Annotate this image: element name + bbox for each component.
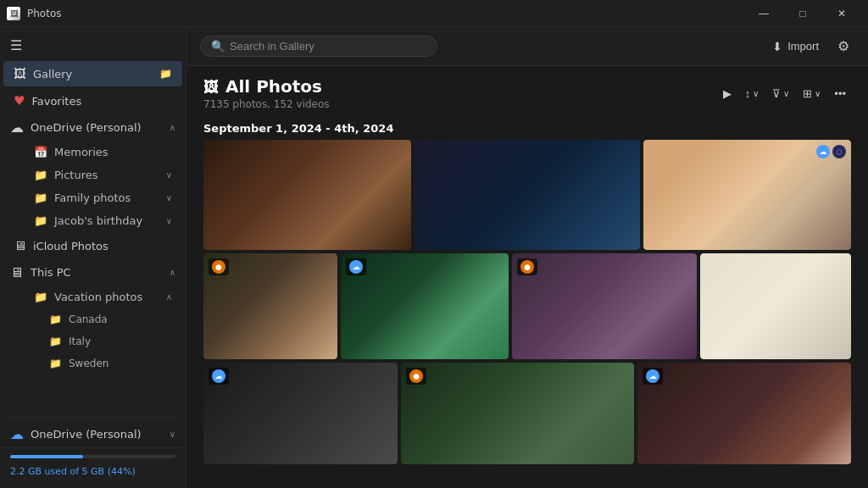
photo-badge: ● <box>209 258 229 275</box>
import-button[interactable]: ⬇ Import <box>765 36 826 57</box>
sort-icon: ↕ <box>745 87 751 100</box>
sidebar-item-favorites[interactable]: ♥ Favorites <box>3 88 182 114</box>
photo-cell[interactable]: ● <box>401 363 634 464</box>
photo-cell[interactable]: ● <box>512 253 697 359</box>
filter-chevron-icon: ∨ <box>783 89 789 98</box>
sweden-label: Sweden <box>69 358 108 369</box>
family-photos-icon: 📁 <box>34 191 47 204</box>
close-button[interactable]: ✕ <box>822 0 861 27</box>
sidebar-item-icloud-photos[interactable]: 🖥 iCloud Photos <box>3 233 182 258</box>
photo-row-1: ☁ ⬡ <box>203 140 851 250</box>
memories-label: Memories <box>54 146 108 158</box>
sidebar-item-pictures[interactable]: 📁 Pictures ∨ <box>3 164 182 186</box>
icloud-icon: 🖥 <box>14 238 26 253</box>
storage-text: 2.2 GB used of 5 GB (44%) <box>10 466 136 477</box>
italy-label: Italy <box>69 336 91 347</box>
this-pc-icon: 🖥 <box>10 264 24 280</box>
badge-icon: ☁ <box>212 369 225 383</box>
title-bar: 🖼 Photos — □ ✕ <box>0 0 868 27</box>
more-button[interactable]: ••• <box>829 84 851 103</box>
photo-cell[interactable] <box>700 253 851 359</box>
gallery-action-icon: 📁 <box>159 68 172 80</box>
canada-label: Canada <box>69 313 108 325</box>
sidebar-item-sweden[interactable]: 📁 Sweden <box>3 353 182 374</box>
photo-cell[interactable]: ☁ ⬡ <box>643 140 851 250</box>
photo-cell[interactable] <box>415 140 640 250</box>
family-photos-label: Family photos <box>54 191 159 204</box>
search-icon: 🔍 <box>211 40 225 53</box>
gallery-title-icon: 🖼 <box>203 78 219 96</box>
view-button[interactable]: ⊞ ∨ <box>798 84 826 103</box>
sort-chevron-icon: ∨ <box>753 89 759 98</box>
sidebar: ☰ 🖼 Gallery 📁 ♥ Favorites ☁ OneDrive (Pe… <box>0 27 186 488</box>
app-icon: 🖼 <box>7 7 20 20</box>
photo-cell[interactable] <box>203 140 411 250</box>
hamburger-menu-button[interactable]: ☰ <box>0 30 186 60</box>
onedrive-badge: ⬡ <box>832 145 846 158</box>
photo-cell[interactable]: ● <box>203 253 337 359</box>
jacobs-birthday-chevron-icon: ∨ <box>166 216 172 225</box>
import-icon: ⬇ <box>772 40 782 53</box>
vacation-photos-icon: 📁 <box>34 291 47 303</box>
sidebar-item-gallery[interactable]: 🖼 Gallery 📁 <box>3 61 182 86</box>
gallery-icon: 🖼 <box>14 66 26 81</box>
photo-cell[interactable]: ☁ <box>637 363 851 464</box>
photo-badge: ☁ <box>209 368 229 385</box>
canada-icon: 📁 <box>49 313 62 325</box>
sidebar-favorites-label: Favorites <box>31 95 172 108</box>
this-pc-chevron-icon: ∧ <box>170 268 175 277</box>
photo-badge: ● <box>406 368 426 385</box>
gallery-title: 🖼 All Photos <box>203 76 330 97</box>
family-photos-chevron-icon: ∨ <box>166 193 172 202</box>
vacation-photos-label: Vacation photos <box>54 291 159 303</box>
sidebar-divider <box>7 417 179 418</box>
badge-icon: ● <box>409 369 423 383</box>
maximize-button[interactable]: □ <box>783 0 822 27</box>
window-controls: — □ ✕ <box>744 0 861 27</box>
heart-icon: ♥ <box>14 93 25 108</box>
cloud-icon: ☁ <box>10 119 24 136</box>
gallery-header: 🖼 All Photos 7135 photos, 152 videos ▶ ↕… <box>186 66 868 115</box>
sidebar-item-this-pc[interactable]: 🖥 This PC ∧ <box>0 259 186 286</box>
storage-bar <box>10 455 175 458</box>
minimize-button[interactable]: — <box>744 0 783 27</box>
sidebar-onedrive-bottom[interactable]: ☁ OneDrive (Personal) ∨ <box>0 421 186 447</box>
pictures-icon: 📁 <box>34 169 47 181</box>
sidebar-item-memories[interactable]: 📅 Memories <box>3 141 182 163</box>
photo-badge: ● <box>517 258 537 275</box>
sidebar-item-jacobs-birthday[interactable]: 📁 Jacob's birthday ∨ <box>3 210 182 231</box>
sidebar-item-family-photos[interactable]: 📁 Family photos ∨ <box>3 187 182 208</box>
photo-top-icons: ☁ ⬡ <box>816 145 846 158</box>
settings-button[interactable]: ⚙ <box>832 35 854 58</box>
gallery-title-row: 🖼 All Photos 7135 photos, 152 videos ▶ ↕… <box>203 76 851 110</box>
gallery-subtitle: 7135 photos, 152 videos <box>203 98 330 110</box>
sweden-icon: 📁 <box>49 358 62 369</box>
top-bar-actions: ⬇ Import ⚙ <box>765 35 854 58</box>
photo-badge: ☁ <box>346 258 366 275</box>
more-icon: ••• <box>834 87 846 100</box>
sidebar-item-onedrive-personal[interactable]: ☁ OneDrive (Personal) ∧ <box>0 114 186 141</box>
search-bar[interactable]: 🔍 <box>200 36 437 57</box>
gallery-controls: ▶ ↕ ∨ ⊽ ∨ ⊞ ∨ ••• <box>718 84 851 103</box>
sidebar-item-canada[interactable]: 📁 Canada <box>3 309 182 330</box>
search-input[interactable] <box>230 40 426 53</box>
filter-button[interactable]: ⊽ ∨ <box>767 84 794 103</box>
slideshow-icon: ▶ <box>723 87 732 100</box>
photo-cell[interactable]: ☁ <box>341 253 509 359</box>
sidebar-item-italy[interactable]: 📁 Italy <box>3 331 182 352</box>
slideshow-button[interactable]: ▶ <box>718 84 737 103</box>
gallery-title-text: All Photos <box>225 76 322 97</box>
memories-icon: 📅 <box>34 146 47 158</box>
import-label: Import <box>787 40 819 53</box>
photo-cell[interactable]: ☁ <box>203 363 398 464</box>
gear-icon: ⚙ <box>837 38 849 54</box>
main-content: 🔍 ⬇ Import ⚙ 🖼 All Photos <box>186 27 868 488</box>
app-title: Photos <box>27 8 61 19</box>
badge-icon: ● <box>520 260 534 274</box>
storage-bar-fill <box>10 455 83 458</box>
sidebar-item-vacation-photos[interactable]: 📁 Vacation photos ∧ <box>3 286 182 308</box>
onedrive-bottom-icon: ☁ <box>10 426 24 442</box>
photo-badge: ☁ <box>643 368 663 385</box>
badge-icon: ☁ <box>646 369 659 383</box>
sort-button[interactable]: ↕ ∨ <box>740 84 765 103</box>
